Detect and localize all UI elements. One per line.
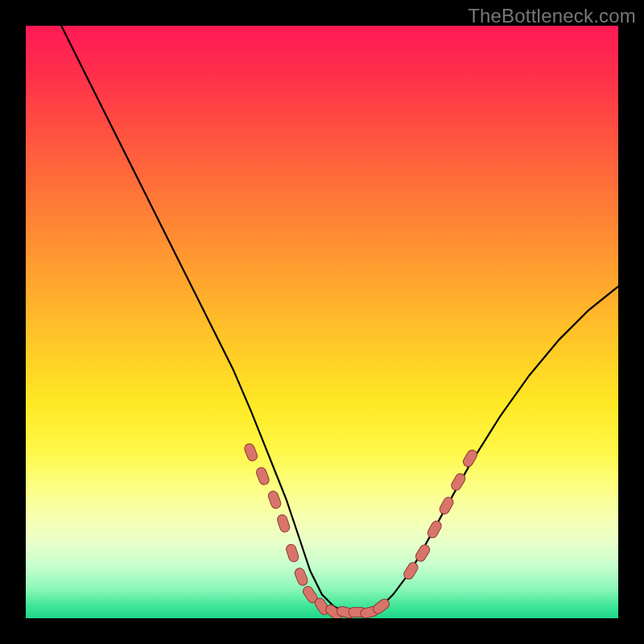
curve-marker [426,519,443,539]
curve-marker [255,466,270,486]
curve-marker [294,567,309,587]
chart-container: TheBottleneck.com [0,0,644,644]
watermark-text: TheBottleneck.com [468,5,636,27]
curve-marker [438,496,455,516]
curve-marker [267,489,283,510]
plot-area [26,26,618,618]
curve-marker [243,442,258,462]
bottleneck-curve [61,26,618,613]
curve-layer [26,26,618,618]
curve-marker [276,514,291,534]
curve-marker [285,543,299,564]
curve-markers [243,442,479,618]
curve-marker [461,448,479,469]
